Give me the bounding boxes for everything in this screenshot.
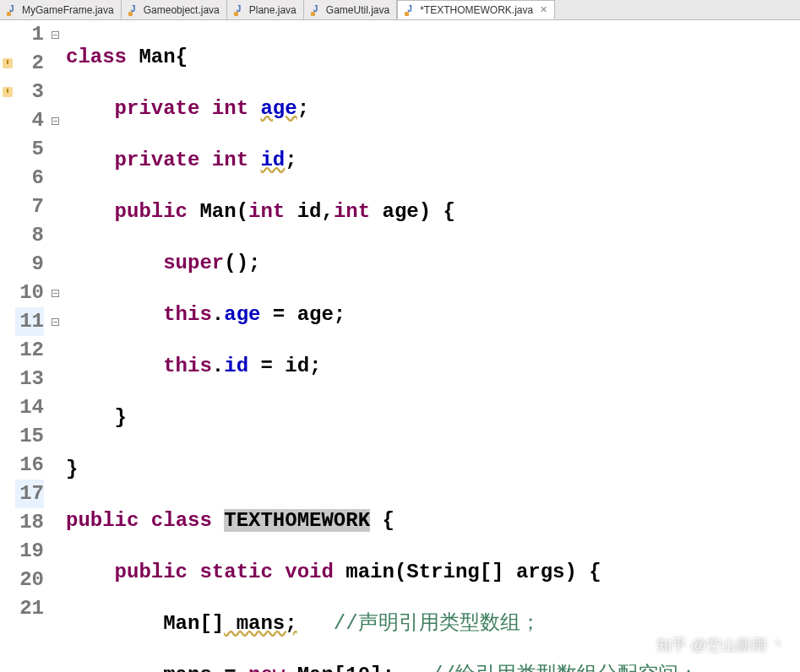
line-number: 18	[15, 508, 44, 537]
line-number: 9	[15, 250, 44, 279]
code-line[interactable]: private int id;	[61, 146, 800, 175]
line-number: 4	[15, 106, 44, 135]
code-line[interactable]: mans = new Man[10]; //给引用类型数组分配空间；	[61, 661, 800, 672]
code-line[interactable]: }	[61, 455, 800, 484]
line-number: 15	[15, 422, 44, 451]
fold-toggle-icon[interactable]	[52, 290, 59, 297]
tab-label: GameUtil.java	[326, 4, 389, 16]
java-file-icon	[234, 4, 246, 16]
tab-gameutil[interactable]: GameUtil.java	[304, 0, 397, 19]
fold-gutter	[49, 20, 61, 672]
line-number: 2	[15, 49, 44, 78]
fold-toggle-icon[interactable]	[52, 318, 59, 326]
line-number-gutter: 1 2 3 4 5 6 7 8 9 10 11 12 13 14 15 16 1…	[15, 20, 49, 672]
tab-mygameframe[interactable]: MyGameFrame.java	[0, 0, 122, 19]
line-number: 5	[15, 135, 44, 164]
line-number: 8	[15, 221, 44, 250]
tab-label: *TEXTHOMEWORK.java	[420, 4, 533, 16]
line-number: 6	[15, 164, 44, 192]
annotation-gutter	[0, 20, 15, 672]
fold-toggle-icon[interactable]	[52, 31, 59, 39]
line-number: 16	[15, 451, 44, 480]
tab-label: Plane.java	[249, 4, 297, 16]
line-number: 7	[15, 192, 44, 221]
line-number: 11	[15, 307, 44, 336]
line-number: 1	[15, 20, 44, 49]
line-number: 3	[15, 78, 44, 106]
tab-plane[interactable]: Plane.java	[227, 0, 304, 19]
warning-icon[interactable]	[3, 58, 13, 68]
tab-gameobject[interactable]: Gameobject.java	[122, 0, 227, 19]
java-file-icon	[7, 4, 19, 16]
code-editor: 1 2 3 4 5 6 7 8 9 10 11 12 13 14 15 16 1…	[0, 20, 800, 672]
warning-icon[interactable]	[3, 87, 13, 97]
tab-label: MyGameFrame.java	[22, 4, 114, 16]
code-line[interactable]: class Man{	[61, 43, 800, 72]
line-number: 17	[15, 480, 44, 508]
tab-texthomework[interactable]: *TEXTHOMEWORK.java ✕	[397, 0, 555, 19]
code-line[interactable]: this.age = age;	[61, 301, 800, 329]
java-file-icon	[311, 4, 323, 16]
code-line[interactable]: private int age;	[61, 95, 800, 123]
line-number: 13	[15, 365, 44, 393]
line-number: 21	[15, 594, 44, 623]
java-file-icon	[405, 4, 416, 16]
code-line[interactable]: this.id = id;	[61, 352, 800, 381]
close-icon[interactable]: ✕	[540, 4, 547, 15]
editor-tabs: MyGameFrame.java Gameobject.java Plane.j…	[0, 0, 800, 20]
line-number: 14	[15, 393, 44, 422]
java-file-icon	[128, 4, 140, 16]
code-line[interactable]: public Man(int id,int age) {	[61, 198, 800, 226]
code-line[interactable]: public static void main(String[] args) {	[61, 558, 800, 587]
code-line[interactable]: public class TEXTHOMEWORK {	[61, 507, 800, 535]
fold-toggle-icon[interactable]	[52, 117, 59, 125]
code-line[interactable]: super();	[61, 249, 800, 278]
line-number: 19	[15, 537, 44, 566]
line-number: 20	[15, 566, 44, 594]
code-line[interactable]: Man[] mans; //声明引用类型数组；	[61, 610, 800, 638]
code-line[interactable]: }	[61, 404, 800, 432]
code-area[interactable]: class Man{ private int age; private int …	[61, 20, 800, 672]
tab-label: Gameobject.java	[144, 4, 220, 16]
line-number: 12	[15, 336, 44, 365]
line-number: 10	[15, 279, 44, 307]
